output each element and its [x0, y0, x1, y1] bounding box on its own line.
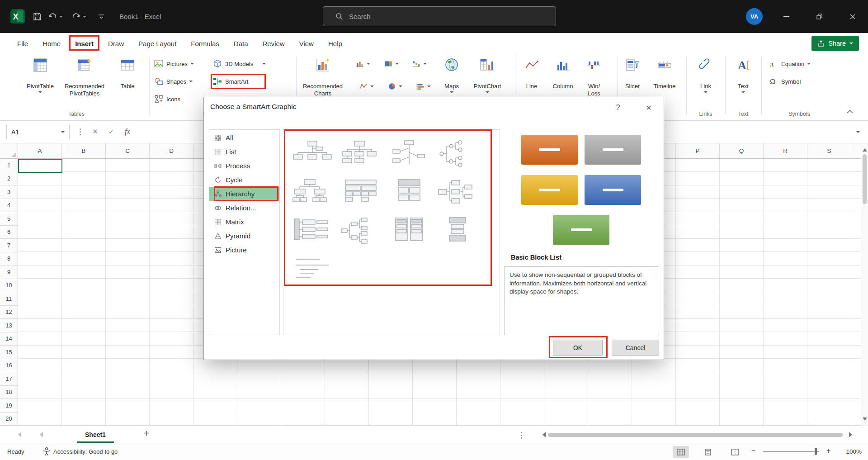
row-header[interactable]: 20 — [0, 413, 18, 426]
row-header[interactable]: 17 — [0, 372, 18, 386]
row-header[interactable]: 1 — [0, 159, 18, 172]
insert-line-chart-button[interactable] — [359, 81, 374, 92]
column-header[interactable]: S — [807, 143, 851, 158]
smartart-thumbnail-11[interactable] — [389, 217, 429, 245]
accessibility-status[interactable]: Accessibility: Good to go — [53, 448, 118, 455]
category-pyramid[interactable]: Pyramid — [209, 229, 279, 243]
ribbon-tab[interactable]: Draw — [101, 33, 131, 54]
normal-view-icon[interactable] — [673, 446, 689, 458]
smartart-thumbnail-10[interactable] — [341, 217, 381, 245]
row-header[interactable]: 18 — [0, 386, 18, 399]
ribbon-tab[interactable]: File — [10, 33, 35, 54]
zoom-in-icon[interactable]: + — [826, 447, 830, 455]
smartart-thumbnail-7[interactable] — [389, 178, 429, 206]
category-hierarchy[interactable]: Hierarchy — [209, 187, 279, 201]
ribbon-tab[interactable]: Page Layout — [131, 33, 184, 54]
page-break-view-icon[interactable] — [727, 446, 743, 458]
zoom-level[interactable]: 100% — [836, 448, 862, 455]
ribbon-tab[interactable]: Review — [255, 33, 292, 54]
insert-bar-chart-button[interactable] — [416, 81, 431, 92]
column-header[interactable]: Q — [720, 143, 764, 158]
category-relationship[interactable]: Relation... — [209, 201, 279, 215]
avatar[interactable]: VA — [746, 8, 763, 25]
category-cycle[interactable]: Cycle — [209, 173, 279, 187]
smartart-thumbnail-13[interactable] — [292, 255, 332, 283]
zoom-slider-thumb[interactable] — [815, 448, 817, 455]
sheet-menu-icon[interactable] — [521, 432, 522, 439]
ribbon-tab[interactable]: Help — [321, 33, 349, 54]
text-button[interactable]: A Text — [729, 55, 758, 93]
3d-models-button[interactable]: 3D Models — [212, 58, 266, 70]
select-all-corner[interactable] — [0, 143, 18, 159]
share-dropdown-icon[interactable] — [849, 43, 853, 44]
recommended-pivottables-button[interactable]: Recommended PivotTables — [61, 55, 108, 97]
cancel-button[interactable]: Cancel — [612, 340, 659, 356]
ribbon-tab[interactable]: Formulas — [184, 33, 226, 54]
column-header[interactable]: R — [764, 143, 807, 158]
column-header[interactable]: T — [851, 143, 861, 158]
insert-hierarchy-chart-button[interactable] — [384, 58, 399, 70]
formula-bar-handle-icon[interactable] — [80, 128, 81, 135]
maps-button[interactable]: Maps — [438, 55, 466, 93]
vertical-scroll-thumb[interactable] — [863, 154, 867, 204]
restore-button[interactable] — [808, 0, 830, 33]
column-header[interactable]: D — [150, 143, 193, 158]
ribbon-tab[interactable]: Home — [35, 33, 68, 54]
row-header[interactable]: 15 — [0, 346, 18, 359]
row-header[interactable]: 16 — [0, 359, 18, 373]
name-box-dropdown-icon[interactable] — [61, 131, 65, 133]
excel-logo-icon[interactable]: X — [10, 9, 25, 26]
equation-button[interactable]: π Equation — [769, 58, 811, 70]
dialog-close-icon[interactable]: ✕ — [639, 101, 658, 114]
row-header[interactable]: 10 — [0, 279, 18, 293]
category-list[interactable]: List — [209, 145, 279, 159]
smartart-thumbnail-6[interactable] — [341, 178, 381, 206]
ribbon-tab[interactable]: View — [292, 33, 321, 54]
pivotchart-button[interactable]: PivotChart — [468, 55, 506, 93]
customize-quick-access-toolbar-icon[interactable] — [97, 12, 106, 21]
next-sheet-icon[interactable] — [37, 432, 43, 437]
accessibility-icon[interactable] — [42, 447, 51, 457]
zoom-out-icon[interactable]: − — [751, 447, 755, 455]
column-header[interactable]: P — [676, 143, 720, 158]
scroll-down-icon[interactable] — [863, 417, 867, 423]
smartart-thumbnail-1[interactable] — [292, 140, 332, 168]
enter-formula-icon[interactable]: ✓ — [108, 128, 114, 136]
smartart-thumbnail-12[interactable] — [438, 217, 477, 245]
column-header[interactable]: C — [106, 143, 150, 158]
expand-formula-bar-icon[interactable] — [856, 131, 860, 133]
pictures-button[interactable]: Pictures — [154, 58, 194, 70]
redo-dropdown-icon[interactable] — [83, 16, 86, 18]
sparkline-column-button[interactable]: Column — [548, 55, 578, 90]
table-button[interactable]: Table — [110, 55, 145, 90]
add-sheet-icon[interactable]: + — [144, 428, 149, 439]
row-header[interactable]: 12 — [0, 306, 18, 319]
sheet-tab[interactable]: Sheet1 — [77, 426, 114, 443]
close-button[interactable] — [841, 0, 864, 33]
category-process[interactable]: Process — [209, 159, 279, 173]
save-icon[interactable] — [33, 12, 42, 21]
scroll-up-icon[interactable] — [863, 146, 867, 152]
row-header[interactable]: 4 — [0, 199, 18, 213]
insert-pie-chart-button[interactable] — [387, 81, 402, 92]
insert-column-chart-button[interactable] — [355, 58, 370, 70]
hscroll-right-icon[interactable] — [849, 432, 855, 437]
ribbon-tab[interactable]: Insert — [68, 33, 101, 54]
sparkline-winloss-button[interactable]: Win/Loss — [580, 55, 609, 97]
link-button[interactable]: Link — [692, 55, 720, 93]
previous-sheet-icon[interactable] — [15, 432, 21, 437]
symbol-button[interactable]: Ω Symbol — [769, 76, 801, 87]
dialog-help-icon[interactable]: ? — [611, 102, 625, 114]
row-header[interactable]: 11 — [0, 292, 18, 306]
smartart-thumbnail-5[interactable] — [292, 178, 332, 206]
zoom-slider-track[interactable] — [763, 451, 819, 452]
insert-function-icon[interactable]: fx — [125, 128, 130, 136]
undo-dropdown-icon[interactable] — [59, 16, 63, 18]
shapes-button[interactable]: Shapes — [154, 76, 193, 87]
ok-button[interactable]: OK — [553, 340, 603, 356]
row-header[interactable]: 3 — [0, 185, 18, 199]
row-header[interactable]: 19 — [0, 399, 18, 413]
cancel-formula-icon[interactable]: ✕ — [92, 128, 98, 136]
redo-button[interactable] — [71, 12, 86, 21]
row-header[interactable]: 13 — [0, 319, 18, 332]
